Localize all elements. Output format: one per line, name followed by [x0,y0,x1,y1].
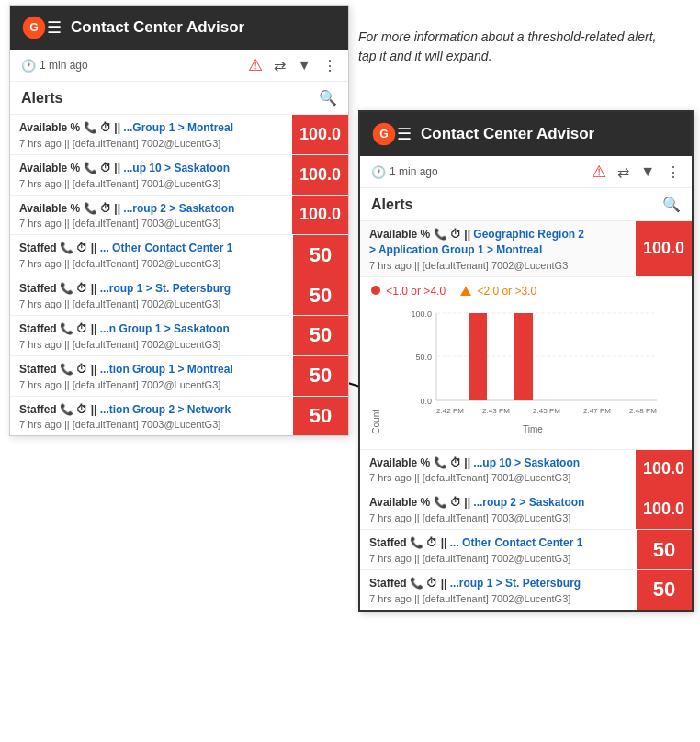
left-alert-title-7: Staffed 📞 ⏱ || ...tion Group 2 > Network [19,402,284,418]
left-panel: G ☰ Contact Center Advisor 🕐 1 min ago ⚠… [9,5,349,436]
left-alert-title-6: Staffed 📞 ⏱ || ...tion Group 1 > Montrea… [19,362,284,377]
left-time-ago: 🕐 1 min ago [21,59,88,73]
left-alerts-title: Alerts [21,90,62,107]
hamburger-menu-icon[interactable]: ☰ [47,17,62,38]
right-alert-value-1: 100.0 [636,489,692,529]
right-alert-metric-1: Available % [369,496,430,509]
left-alert-title-0: Available % 📞 ⏱ || ...Group 1 > Montreal [19,120,283,136]
left-app-title: Contact Center Advisor [71,18,337,37]
chart-y-label: Count [371,410,381,434]
expanded-alert-metric: Available % [369,228,430,241]
svg-text:100.0: 100.0 [411,309,432,319]
critical-threshold: <1.0 or >4.0 [371,285,446,298]
left-alert-row-5[interactable]: Staffed 📞 ⏱ || ...n Group 1 > Saskatoon … [10,315,348,355]
right-phone-icon-3: 📞 [410,577,423,590]
right-alert-row-1[interactable]: Available % 📞 ⏱ || ...roup 2 > Saskatoon… [360,489,692,529]
right-transfer-icon[interactable]: ⇄ [617,163,629,181]
right-alert-title-0: Available % 📞 ⏱ || ...up 10 > Saskatoon [369,455,627,471]
left-alert-metric-7: Staffed [19,403,57,416]
genesys-logo-icon: G [21,15,47,40]
right-bars-icon-3: || [441,577,447,590]
left-alert-subtitle-1: 7 hrs ago || [defaultTenant] 7001@Lucent… [19,178,283,189]
right-alert-link-3: ...roup 1 > St. Petersburg [450,577,581,590]
left-toolbar: 🕐 1 min ago ⚠ ⇄ ▼ ⋮ [10,50,348,82]
left-alert-row-1[interactable]: Available % 📞 ⏱ || ...up 10 > Saskatoon … [10,154,348,195]
left-alert-content-1: Available % 📞 ⏱ || ...up 10 > Saskatoon … [10,155,292,195]
svg-text:2:43 PM: 2:43 PM [482,407,510,415]
left-alert-row-2[interactable]: Available % 📞 ⏱ || ...roup 2 > Saskatoon… [10,195,348,235]
left-phone-icon-3: 📞 [60,242,73,254]
left-phone-icon-0: 📞 [84,121,97,134]
chart-bar-2 [514,313,533,400]
right-bars-icon-1: || [464,496,470,509]
chart-svg: 100.0 50.0 0.0 2:42 PM 2:43 PM 2:45 PM 2… [385,309,681,419]
expanded-section: <1.0 or >4.0 <2.0 or >3.0 Count [360,276,692,449]
expanded-alert-link-line2: > Application Group 1 > Montreal [369,243,542,256]
left-alert-subtitle-3: 7 hrs ago || [defaultTenant] 7002@Lucent… [19,258,284,269]
left-clock-icon-0: ⏱ [100,121,111,134]
right-more-icon[interactable]: ⋮ [666,163,681,181]
left-alert-content-5: Staffed 📞 ⏱ || ...n Group 1 > Saskatoon … [10,316,293,355]
left-alert-link-4: ...roup 1 > St. Petersburg [100,282,231,295]
left-clock-icon-2: ⏱ [100,202,111,215]
right-alert-metric-3: Staffed [369,577,407,590]
right-alert-subtitle-0: 7 hrs ago || [defaultTenant] 7001@Lucent… [369,472,627,483]
left-phone-icon-5: 📞 [60,322,73,335]
right-filter-icon[interactable]: ▼ [640,163,655,180]
svg-text:G: G [29,21,39,34]
left-alert-content-0: Available % 📞 ⏱ || ...Group 1 > Montreal… [10,115,292,154]
expanded-alert-row[interactable]: Available % 📞 ⏱ || Geographic Region 2 >… [360,220,692,276]
left-bars-icon-6: || [91,363,97,376]
left-alert-row-0[interactable]: Available % 📞 ⏱ || ...Group 1 > Montreal… [10,114,348,154]
left-alerts-header: Alerts 🔍 [10,82,348,114]
right-alert-row-2[interactable]: Staffed 📞 ⏱ || ... Other Contact Center … [360,529,692,569]
right-alert-link-2: ... Other Contact Center 1 [450,536,583,549]
right-alert-metric-0: Available % [369,456,430,469]
left-alert-metric-2: Available % [19,202,80,215]
left-alert-subtitle-2: 7 hrs ago || [defaultTenant] 7003@Lucent… [19,218,283,229]
right-alert-subtitle-3: 7 hrs ago || [defaultTenant] 7002@Lucent… [369,593,627,604]
right-search-icon[interactable]: 🔍 [662,196,681,213]
left-alert-link-1: ...up 10 > Saskatoon [123,162,230,174]
warning-threshold-label: <2.0 or >3.0 [477,285,536,298]
left-alert-value-3: 50 [293,235,348,275]
left-alert-value-5: 50 [293,316,348,355]
more-icon[interactable]: ⋮ [322,57,337,74]
left-bars-icon-5: || [91,322,97,335]
right-bars-icon-0: || [464,456,470,469]
warning-triangle-icon [460,287,471,296]
filter-icon[interactable]: ▼ [297,57,311,73]
right-hamburger-menu-icon[interactable]: ☰ [397,124,412,144]
left-clock-icon-4: ⏱ [76,282,87,295]
right-time-ago-text: 1 min ago [390,165,438,178]
left-alert-metric-4: Staffed [19,282,57,295]
svg-text:2:42 PM: 2:42 PM [436,407,464,415]
left-clock-icon-5: ⏱ [76,322,87,335]
right-alert-metric-2: Staffed [369,536,407,549]
left-alert-link-0: ...Group 1 > Montreal [123,121,233,134]
left-alert-content-4: Staffed 📞 ⏱ || ...roup 1 > St. Petersbur… [10,275,293,315]
svg-text:G: G [379,128,389,141]
right-alert-row-3[interactable]: Staffed 📞 ⏱ || ...roup 1 > St. Petersbur… [360,569,692,610]
left-alert-subtitle-4: 7 hrs ago || [defaultTenant] 7002@Lucent… [19,298,284,309]
left-alert-row-3[interactable]: Staffed 📞 ⏱ || ... Other Contact Center … [10,234,348,275]
left-alert-row-7[interactable]: Staffed 📞 ⏱ || ...tion Group 2 > Network… [10,396,348,436]
left-clock-icon-7: ⏱ [76,403,87,416]
transfer-icon[interactable]: ⇄ [274,57,286,74]
left-alert-metric-5: Staffed [19,322,57,335]
right-alert-row-0[interactable]: Available % 📞 ⏱ || ...up 10 > Saskatoon … [360,449,692,489]
left-alert-row-4[interactable]: Staffed 📞 ⏱ || ...roup 1 > St. Petersbur… [10,275,348,315]
left-search-icon[interactable]: 🔍 [319,89,337,107]
left-alert-row-6[interactable]: Staffed 📞 ⏱ || ...tion Group 1 > Montrea… [10,355,348,396]
right-clock-icon-1: ⏱ [450,496,461,509]
left-app-header: G ☰ Contact Center Advisor [10,6,348,50]
right-phone-icon-2: 📞 [410,536,423,549]
left-alert-title-2: Available % 📞 ⏱ || ...roup 2 > Saskatoon [19,201,283,217]
alert-icon[interactable]: ⚠ [248,55,263,75]
svg-text:2:45 PM: 2:45 PM [533,407,560,415]
left-alert-title-5: Staffed 📞 ⏱ || ...n Group 1 > Saskatoon [19,321,284,337]
right-alert-icon[interactable]: ⚠ [592,162,606,182]
left-alert-metric-3: Staffed [19,242,57,254]
annotation-text: For more information about a threshold-r… [358,28,661,66]
left-alert-content-2: Available % 📞 ⏱ || ...roup 2 > Saskatoon… [10,196,292,235]
